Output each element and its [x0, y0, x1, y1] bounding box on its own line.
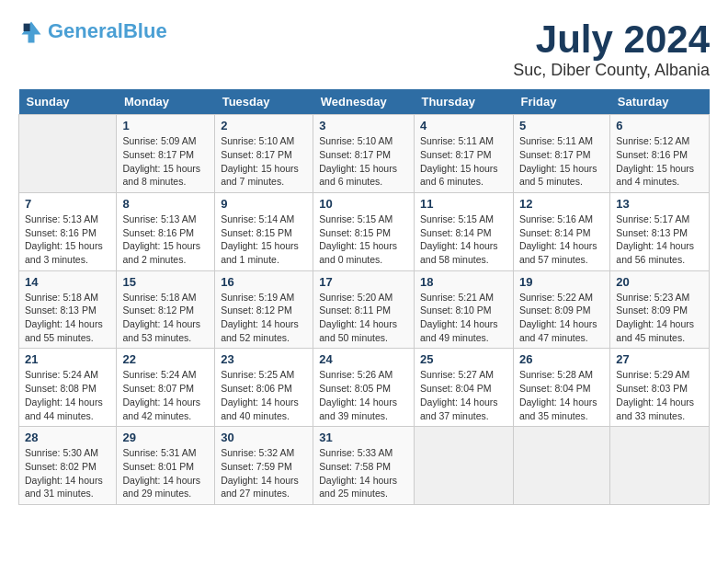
- day-number: 4: [420, 119, 507, 132]
- day-info: Sunrise: 5:12 AM Sunset: 8:16 PM Dayligh…: [616, 134, 703, 189]
- calendar-cell: 17Sunrise: 5:20 AM Sunset: 8:11 PM Dayli…: [313, 270, 415, 349]
- calendar-cell: [19, 115, 117, 193]
- calendar-cell: 7Sunrise: 5:13 AM Sunset: 8:16 PM Daylig…: [19, 192, 117, 270]
- day-info: Sunrise: 5:22 AM Sunset: 8:09 PM Dayligh…: [519, 291, 604, 345]
- day-number: 14: [25, 275, 110, 289]
- calendar-cell: 12Sunrise: 5:16 AM Sunset: 8:14 PM Dayli…: [513, 192, 609, 270]
- page-header: GeneralBlue July 2024 Suc, Diber County,…: [18, 18, 710, 80]
- day-info: Sunrise: 5:25 AM Sunset: 8:06 PM Dayligh…: [221, 368, 307, 422]
- calendar-cell: 13Sunrise: 5:17 AM Sunset: 8:13 PM Dayli…: [610, 192, 710, 270]
- day-number: 19: [519, 275, 604, 289]
- day-info: Sunrise: 5:30 AM Sunset: 8:02 PM Dayligh…: [25, 446, 110, 500]
- day-info: Sunrise: 5:23 AM Sunset: 8:09 PM Dayligh…: [616, 291, 703, 345]
- calendar-cell: 27Sunrise: 5:29 AM Sunset: 8:03 PM Dayli…: [610, 349, 710, 427]
- day-info: Sunrise: 5:17 AM Sunset: 8:13 PM Dayligh…: [616, 213, 703, 267]
- day-number: 21: [25, 352, 110, 366]
- calendar-cell: 30Sunrise: 5:32 AM Sunset: 7:59 PM Dayli…: [215, 427, 313, 505]
- logo-text: GeneralBlue: [48, 20, 167, 42]
- calendar-cell: 4Sunrise: 5:11 AM Sunset: 8:17 PM Daylig…: [414, 115, 513, 193]
- day-number: 17: [319, 275, 408, 289]
- calendar-header-row: SundayMondayTuesdayWednesdayThursdayFrid…: [19, 89, 710, 115]
- calendar-cell: 18Sunrise: 5:21 AM Sunset: 8:10 PM Dayli…: [414, 270, 513, 349]
- calendar-week-1: 1Sunrise: 5:09 AM Sunset: 8:17 PM Daylig…: [19, 115, 710, 193]
- calendar-week-5: 28Sunrise: 5:30 AM Sunset: 8:02 PM Dayli…: [19, 427, 710, 505]
- day-number: 15: [122, 275, 209, 289]
- header-saturday: Saturday: [610, 89, 710, 115]
- header-sunday: Sunday: [19, 89, 117, 115]
- calendar-cell: 23Sunrise: 5:25 AM Sunset: 8:06 PM Dayli…: [215, 349, 313, 427]
- calendar-cell: 11Sunrise: 5:15 AM Sunset: 8:14 PM Dayli…: [414, 192, 513, 270]
- calendar-cell: 26Sunrise: 5:28 AM Sunset: 8:04 PM Dayli…: [513, 349, 609, 427]
- calendar-cell: 20Sunrise: 5:23 AM Sunset: 8:09 PM Dayli…: [610, 270, 710, 349]
- day-info: Sunrise: 5:26 AM Sunset: 8:05 PM Dayligh…: [319, 368, 408, 422]
- day-info: Sunrise: 5:16 AM Sunset: 8:14 PM Dayligh…: [519, 213, 604, 267]
- calendar-cell: [414, 427, 513, 505]
- title-block: July 2024 Suc, Diber County, Albania: [513, 18, 710, 80]
- day-info: Sunrise: 5:33 AM Sunset: 7:58 PM Dayligh…: [319, 446, 408, 500]
- calendar-cell: [610, 427, 710, 505]
- day-info: Sunrise: 5:15 AM Sunset: 8:15 PM Dayligh…: [319, 213, 408, 267]
- calendar-cell: 28Sunrise: 5:30 AM Sunset: 8:02 PM Dayli…: [19, 427, 117, 505]
- calendar-cell: 19Sunrise: 5:22 AM Sunset: 8:09 PM Dayli…: [513, 270, 609, 349]
- day-info: Sunrise: 5:31 AM Sunset: 8:01 PM Dayligh…: [122, 446, 209, 500]
- day-number: 6: [616, 119, 703, 132]
- header-wednesday: Wednesday: [313, 89, 415, 115]
- day-number: 1: [122, 119, 209, 132]
- day-info: Sunrise: 5:18 AM Sunset: 8:12 PM Dayligh…: [122, 291, 209, 345]
- calendar-week-4: 21Sunrise: 5:24 AM Sunset: 8:08 PM Dayli…: [19, 349, 710, 427]
- calendar-cell: 3Sunrise: 5:10 AM Sunset: 8:17 PM Daylig…: [313, 115, 415, 193]
- day-number: 2: [221, 119, 307, 132]
- calendar-week-2: 7Sunrise: 5:13 AM Sunset: 8:16 PM Daylig…: [19, 192, 710, 270]
- header-thursday: Thursday: [414, 89, 513, 115]
- day-info: Sunrise: 5:18 AM Sunset: 8:13 PM Dayligh…: [25, 291, 110, 345]
- header-tuesday: Tuesday: [215, 89, 313, 115]
- logo-line2: Blue: [123, 19, 167, 42]
- day-info: Sunrise: 5:14 AM Sunset: 8:15 PM Dayligh…: [221, 213, 307, 267]
- day-info: Sunrise: 5:11 AM Sunset: 8:17 PM Dayligh…: [519, 134, 604, 189]
- calendar-week-3: 14Sunrise: 5:18 AM Sunset: 8:13 PM Dayli…: [19, 270, 710, 349]
- day-number: 7: [25, 197, 110, 211]
- calendar-title: July 2024: [513, 18, 710, 61]
- calendar-cell: 21Sunrise: 5:24 AM Sunset: 8:08 PM Dayli…: [19, 349, 117, 427]
- day-info: Sunrise: 5:20 AM Sunset: 8:11 PM Dayligh…: [319, 291, 408, 345]
- calendar-cell: 8Sunrise: 5:13 AM Sunset: 8:16 PM Daylig…: [117, 192, 215, 270]
- day-number: 28: [25, 431, 110, 444]
- logo: GeneralBlue: [18, 18, 167, 44]
- day-info: Sunrise: 5:19 AM Sunset: 8:12 PM Dayligh…: [221, 291, 307, 345]
- day-number: 30: [221, 431, 307, 444]
- day-number: 9: [221, 197, 307, 211]
- calendar-cell: 16Sunrise: 5:19 AM Sunset: 8:12 PM Dayli…: [215, 270, 313, 349]
- day-info: Sunrise: 5:27 AM Sunset: 8:04 PM Dayligh…: [420, 368, 507, 422]
- day-info: Sunrise: 5:13 AM Sunset: 8:16 PM Dayligh…: [25, 213, 110, 267]
- day-number: 23: [221, 352, 307, 366]
- calendar-cell: 2Sunrise: 5:10 AM Sunset: 8:17 PM Daylig…: [215, 115, 313, 193]
- day-number: 13: [616, 197, 703, 211]
- day-number: 8: [122, 197, 209, 211]
- day-number: 11: [420, 197, 507, 211]
- calendar-cell: 29Sunrise: 5:31 AM Sunset: 8:01 PM Dayli…: [117, 427, 215, 505]
- day-number: 26: [519, 352, 604, 366]
- calendar-cell: 14Sunrise: 5:18 AM Sunset: 8:13 PM Dayli…: [19, 270, 117, 349]
- day-info: Sunrise: 5:32 AM Sunset: 7:59 PM Dayligh…: [221, 446, 307, 500]
- calendar-cell: 15Sunrise: 5:18 AM Sunset: 8:12 PM Dayli…: [117, 270, 215, 349]
- day-info: Sunrise: 5:09 AM Sunset: 8:17 PM Dayligh…: [122, 134, 209, 189]
- day-info: Sunrise: 5:11 AM Sunset: 8:17 PM Dayligh…: [420, 134, 507, 189]
- day-info: Sunrise: 5:10 AM Sunset: 8:17 PM Dayligh…: [319, 134, 408, 189]
- day-number: 24: [319, 352, 408, 366]
- day-number: 29: [122, 431, 209, 444]
- day-info: Sunrise: 5:10 AM Sunset: 8:17 PM Dayligh…: [221, 134, 307, 189]
- calendar-cell: 25Sunrise: 5:27 AM Sunset: 8:04 PM Dayli…: [414, 349, 513, 427]
- day-info: Sunrise: 5:13 AM Sunset: 8:16 PM Dayligh…: [122, 213, 209, 267]
- calendar-cell: 1Sunrise: 5:09 AM Sunset: 8:17 PM Daylig…: [117, 115, 215, 193]
- svg-rect-2: [24, 24, 30, 31]
- day-info: Sunrise: 5:28 AM Sunset: 8:04 PM Dayligh…: [519, 368, 604, 422]
- day-number: 10: [319, 197, 408, 211]
- calendar-cell: 6Sunrise: 5:12 AM Sunset: 8:16 PM Daylig…: [610, 115, 710, 193]
- day-number: 18: [420, 275, 507, 289]
- calendar-cell: 22Sunrise: 5:24 AM Sunset: 8:07 PM Dayli…: [117, 349, 215, 427]
- day-info: Sunrise: 5:24 AM Sunset: 8:08 PM Dayligh…: [25, 368, 110, 422]
- day-number: 22: [122, 352, 209, 366]
- day-number: 16: [221, 275, 307, 289]
- day-number: 5: [519, 119, 604, 132]
- day-number: 31: [319, 431, 408, 444]
